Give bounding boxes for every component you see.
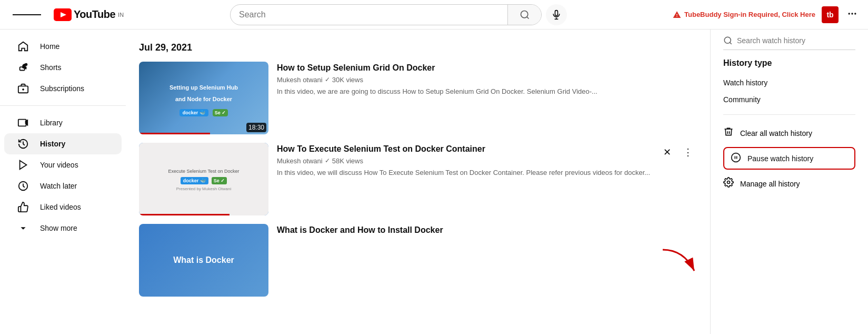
video-desc-1: In this video, we are are going to discu… bbox=[277, 87, 697, 96]
thumb2-title: Execute Selenium Test on Docker bbox=[165, 168, 243, 175]
mic-icon bbox=[551, 9, 562, 20]
pause-history-label: Pause watch history bbox=[747, 154, 813, 163]
tubebuddy-icon[interactable]: tb bbox=[822, 6, 839, 23]
sidebar-item-liked-videos[interactable]: Liked videos bbox=[4, 197, 122, 218]
video-info-2: How To Execute Selenium Test on Docker C… bbox=[277, 143, 697, 215]
thumbnail-3[interactable]: What is Docker bbox=[139, 224, 268, 297]
show-more-icon bbox=[17, 222, 29, 234]
liked-videos-icon bbox=[17, 201, 29, 213]
svg-point-22 bbox=[727, 181, 730, 184]
video-info-1: How to Setup Selenium Grid On Docker Muk… bbox=[277, 62, 697, 134]
your-videos-icon bbox=[17, 159, 29, 171]
sidebar-item-your-videos[interactable]: Your videos bbox=[4, 154, 122, 175]
video-meta-2: Mukesh otwani ✓ 58K views bbox=[277, 157, 697, 165]
sidebar-item-watch-later[interactable]: Watch later bbox=[4, 175, 122, 197]
progress-bar-2 bbox=[139, 214, 230, 215]
manage-history-button[interactable]: Manage all history bbox=[723, 172, 855, 195]
sidebar-item-subscriptions[interactable]: Subscriptions bbox=[4, 78, 122, 99]
video-title-1[interactable]: How to Setup Selenium Grid On Docker bbox=[277, 63, 697, 74]
header: YouTubeIN TubeBuddy Sign-in Required, Cl… bbox=[0, 0, 868, 30]
history-type-watch[interactable]: Watch history bbox=[723, 74, 855, 91]
trash-icon bbox=[723, 126, 734, 140]
selenium-icon-2: Se ✓ bbox=[212, 177, 227, 184]
thumb3-title: What is Docker bbox=[167, 249, 241, 271]
mic-button[interactable] bbox=[546, 4, 567, 25]
sidebar-watch-later-label: Watch later bbox=[40, 182, 77, 190]
shorts-icon bbox=[17, 61, 29, 74]
search-icon bbox=[520, 9, 530, 20]
video-list: Setting up Selenium Hub and Node for Doc… bbox=[139, 62, 697, 297]
channel-name-1: Mukesh otwani bbox=[277, 76, 323, 84]
thumbnail-img-3: What is Docker bbox=[139, 224, 268, 297]
video-item-1: Setting up Selenium Hub and Node for Doc… bbox=[139, 62, 697, 134]
sidebar-history-label: History bbox=[40, 140, 65, 148]
date-header: Jul 29, 2021 bbox=[139, 42, 697, 53]
thumb2-presenter: Presented by Mukesh Otwani bbox=[176, 186, 232, 191]
more-options-button[interactable]: ⋮ bbox=[679, 143, 697, 162]
youtube-logo-icon bbox=[54, 8, 72, 21]
progress-bar-1 bbox=[139, 133, 210, 134]
thumbnail-2[interactable]: Execute Selenium Test on Docker docker 🐳… bbox=[139, 143, 268, 215]
channel-name-2: Mukesh otwani bbox=[277, 157, 323, 165]
svg-rect-4 bbox=[555, 10, 558, 15]
remove-video-button[interactable]: ✕ bbox=[657, 143, 676, 162]
tubebuddy-alert[interactable]: TubeBuddy Sign-in Required, Click Here bbox=[673, 11, 815, 19]
history-icon bbox=[17, 137, 29, 150]
pause-history-button[interactable]: Pause watch history bbox=[723, 147, 855, 170]
sidebar-subscriptions-label: Subscriptions bbox=[40, 84, 84, 93]
video-title-3[interactable]: What is Docker and How to Install Docker bbox=[277, 225, 697, 236]
selenium-icon-1: Se ✓ bbox=[213, 109, 228, 116]
svg-line-18 bbox=[730, 42, 731, 44]
main-content: Jul 29, 2021 Setting up Selenium Hub and… bbox=[126, 30, 710, 334]
sidebar-item-shorts[interactable]: Shorts bbox=[4, 57, 122, 78]
svg-point-19 bbox=[732, 153, 741, 162]
svg-point-7 bbox=[849, 13, 850, 14]
svg-point-17 bbox=[724, 37, 731, 43]
video-item-3: What is Docker What is Docker and How to… bbox=[139, 224, 697, 297]
logo-text: YouTube bbox=[74, 8, 115, 21]
tubebuddy-text: TubeBuddy Sign-in Required, Click Here bbox=[684, 11, 815, 18]
clear-history-label: Clear all watch history bbox=[740, 129, 812, 137]
docker-logo-1: docker 🐳 bbox=[179, 109, 208, 116]
sidebar-show-more-label: Show more bbox=[40, 224, 77, 232]
view-count-1: 30K views bbox=[332, 76, 363, 84]
search-input[interactable] bbox=[231, 10, 507, 19]
header-menu-button[interactable] bbox=[845, 6, 860, 23]
home-icon bbox=[17, 40, 29, 53]
search-button[interactable] bbox=[507, 4, 541, 25]
video-desc-2: In this video, we will discuss How To Ex… bbox=[277, 168, 697, 178]
sidebar-shorts-label: Shorts bbox=[40, 63, 61, 72]
sidebar-item-library[interactable]: Library bbox=[4, 112, 122, 133]
search-history-input[interactable] bbox=[737, 36, 855, 45]
sidebar-home-label: Home bbox=[40, 42, 59, 51]
sidebar-item-history[interactable]: History bbox=[4, 133, 122, 154]
dots-icon bbox=[847, 8, 857, 19]
warning-icon bbox=[673, 11, 681, 19]
video-meta-1: Mukesh otwani ✓ 30K views bbox=[277, 76, 697, 84]
youtube-logo[interactable]: YouTubeIN bbox=[54, 8, 124, 21]
svg-line-3 bbox=[526, 16, 528, 18]
watch-later-icon bbox=[17, 180, 29, 192]
right-panel: History type Watch history Community Cle… bbox=[710, 30, 868, 334]
thumbnail-1[interactable]: Setting up Selenium Hub and Node for Doc… bbox=[139, 62, 268, 134]
history-type-community[interactable]: Community bbox=[723, 91, 855, 108]
subscriptions-icon bbox=[17, 82, 29, 95]
search-history-wrap bbox=[723, 36, 855, 50]
gear-icon bbox=[723, 177, 734, 190]
main-layout: Home Shorts Subscriptions bbox=[0, 30, 868, 334]
verified-icon-1: ✓ bbox=[325, 76, 330, 83]
verified-icon-2: ✓ bbox=[325, 157, 330, 164]
thumbnail-img-2: Execute Selenium Test on Docker docker 🐳… bbox=[139, 143, 268, 215]
sidebar: Home Shorts Subscriptions bbox=[0, 30, 126, 334]
clear-history-button[interactable]: Clear all watch history bbox=[723, 121, 855, 145]
duration-badge-1: 18:30 bbox=[246, 123, 266, 132]
hamburger-button[interactable] bbox=[8, 8, 45, 21]
right-panel-divider bbox=[723, 114, 855, 115]
video-title-2[interactable]: How To Execute Selenium Test on Docker C… bbox=[277, 144, 697, 155]
sidebar-item-home[interactable]: Home bbox=[4, 36, 122, 57]
search-history-icon bbox=[723, 36, 733, 45]
thumbnail-overlay-1b: and Node for Docker bbox=[171, 95, 236, 107]
sidebar-item-show-more[interactable]: Show more bbox=[4, 218, 122, 239]
logo-country: IN bbox=[118, 12, 124, 18]
library-icon bbox=[17, 116, 29, 129]
